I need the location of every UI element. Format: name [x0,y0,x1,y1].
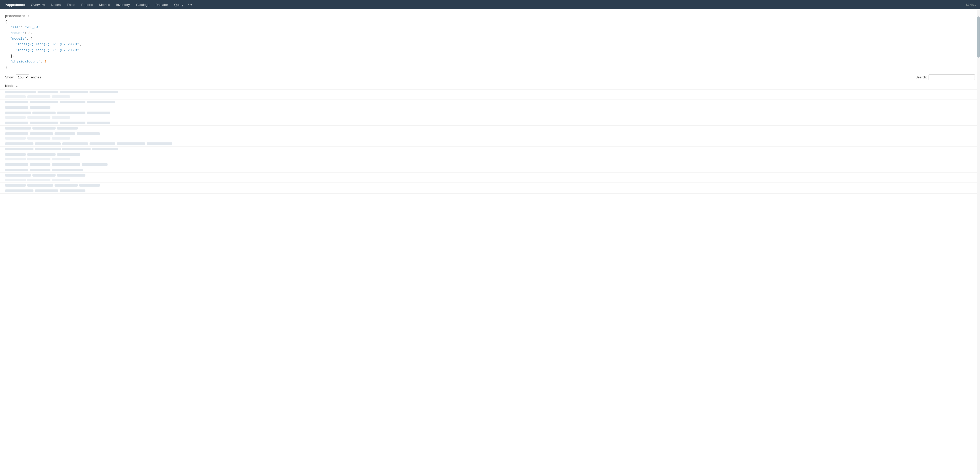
table-row[interactable] [0,120,980,125]
table-row[interactable] [0,162,980,167]
show-label: Show [5,75,14,79]
table-row[interactable] [0,105,980,110]
node-column-header[interactable]: Node ▲ [0,82,980,89]
json-field-physicalcount: "physicalcount": 1 [5,59,975,65]
table-row[interactable] [0,125,980,131]
json-label: processors : [5,13,975,19]
nav-metrics[interactable]: Metrics [96,0,113,9]
nav-overview[interactable]: Overview [28,0,48,9]
entries-label: entries [31,75,41,79]
nav-radiator[interactable]: Radiator [152,0,171,9]
json-array-close: ], [5,53,975,59]
sort-icon: ▲ [16,84,18,87]
table-row[interactable] [0,89,980,99]
search-label: Search: [915,75,927,79]
chevron-icon: ▾ [190,3,192,7]
table-controls: Show 100 10 25 50 entries Search: [0,72,980,82]
table-header-row: Node ▲ [0,82,980,89]
nodes-table: Node ▲ [0,82,980,193]
nav-query[interactable]: Query [171,0,186,9]
per-page-select[interactable]: 100 10 25 50 [16,74,29,80]
nav-facts[interactable]: Facts [64,0,78,9]
nav-catalogs[interactable]: Catalogs [133,0,152,9]
json-field-count: "count": 2, [5,30,975,36]
table-row[interactable] [0,141,980,146]
json-close-brace: } [5,65,975,70]
table-row[interactable] [0,188,980,193]
json-display: processors : { "isa": "x86_64", "count":… [0,9,980,72]
json-model-1: "Intel(R) Xeon(R) CPU @ 2.20GHz", [5,42,975,47]
json-open-brace: { [5,19,975,25]
table-row[interactable] [0,99,980,105]
nav-nodes[interactable]: Nodes [48,0,64,9]
scrollbar-thumb[interactable] [977,16,980,57]
json-model-2: "Intel(R) Xeon(R) CPU @ 2.20GHz" [5,48,975,53]
table-row[interactable] [0,152,980,162]
version-label: 3.3.0rc1 [966,3,978,6]
scrollbar-track[interactable] [977,9,980,193]
json-field-isa: "isa": "x86_64", [5,25,975,30]
table-row[interactable] [0,110,980,120]
navbar: Puppetboard Overview Nodes Facts Reports… [0,0,980,9]
navbar-brand[interactable]: Puppetboard [2,0,28,9]
nav-inventory[interactable]: Inventory [113,0,133,9]
table-row[interactable] [0,182,980,188]
wildcard-label: * [188,3,189,7]
nav-wildcard-menu[interactable]: * ▾ [186,3,194,7]
table-row[interactable] [0,146,980,152]
json-field-models: "models": [ [5,36,975,42]
search-input[interactable] [929,74,975,80]
nav-reports[interactable]: Reports [78,0,96,9]
search-area: Search: [915,74,975,80]
table-row[interactable] [0,167,980,173]
table-row[interactable] [0,131,980,141]
table-row[interactable] [0,173,980,182]
